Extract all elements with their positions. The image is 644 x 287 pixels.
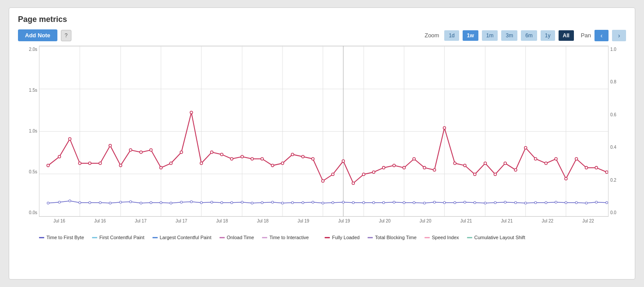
pan-left-button[interactable]: ‹ xyxy=(594,30,609,41)
svg-point-24 xyxy=(99,162,102,165)
x-label-5: Jul 18 xyxy=(202,219,242,223)
x-label-11: Jul 21 xyxy=(446,219,487,223)
y-right-3: 0.6 xyxy=(609,113,626,117)
svg-point-78 xyxy=(79,201,81,204)
add-note-button[interactable]: Add Note xyxy=(18,29,57,41)
y-left-0: 0.0s xyxy=(18,211,39,215)
x-label-6: Jul 18 xyxy=(242,219,283,223)
y-right-1: 0.2 xyxy=(609,178,626,183)
svg-point-27 xyxy=(129,149,132,151)
y-right-2: 0.4 xyxy=(609,145,626,150)
y-left-4: 2.0s xyxy=(18,47,39,52)
svg-point-38 xyxy=(241,155,244,158)
svg-point-91 xyxy=(211,201,213,203)
x-label-13: Jul 22 xyxy=(527,219,568,223)
svg-point-90 xyxy=(200,201,202,204)
svg-point-109 xyxy=(393,201,395,203)
svg-point-81 xyxy=(109,202,111,204)
zoom-1d-button[interactable]: 1d xyxy=(444,30,459,41)
svg-point-31 xyxy=(170,162,172,165)
svg-point-53 xyxy=(393,164,396,167)
svg-point-75 xyxy=(47,202,49,204)
svg-point-32 xyxy=(180,151,183,154)
svg-point-111 xyxy=(413,201,415,204)
svg-point-50 xyxy=(362,173,365,176)
legend-fl-color xyxy=(325,237,330,238)
svg-point-42 xyxy=(281,162,284,165)
svg-point-61 xyxy=(474,173,476,176)
y-right-0: 0.0 xyxy=(609,211,626,215)
svg-point-35 xyxy=(210,151,213,154)
svg-point-57 xyxy=(433,169,436,171)
legend-fcp-color xyxy=(92,237,97,238)
help-button[interactable]: ? xyxy=(61,30,71,41)
svg-point-73 xyxy=(595,166,598,169)
x-label-8: Jul 19 xyxy=(324,219,364,223)
y-left-1: 0.5s xyxy=(18,170,39,174)
svg-point-97 xyxy=(272,201,274,203)
legend-tti-color xyxy=(262,237,267,238)
svg-point-93 xyxy=(230,201,233,204)
zoom-all-button[interactable]: All xyxy=(559,30,574,41)
y-right-5: 1.0 xyxy=(609,47,626,52)
legend-si: Speed Index xyxy=(425,233,459,241)
legend-cls: Cumulative Layout Shift xyxy=(467,233,525,241)
svg-point-87 xyxy=(170,202,172,204)
legend-cls-color xyxy=(467,237,472,238)
svg-point-120 xyxy=(504,201,506,203)
legend-ttfb-color xyxy=(39,237,44,238)
svg-point-125 xyxy=(555,201,557,203)
svg-point-99 xyxy=(291,201,294,204)
svg-point-72 xyxy=(585,166,587,169)
x-axis: Jul 16 Jul 16 Jul 17 Jul 17 Jul 18 Jul 1… xyxy=(39,217,609,230)
legend-fl-label: Fully Loaded xyxy=(332,235,360,240)
svg-point-124 xyxy=(545,201,547,204)
svg-point-115 xyxy=(454,201,456,204)
svg-point-88 xyxy=(180,201,183,203)
zoom-label: Zoom xyxy=(425,32,439,39)
svg-point-108 xyxy=(382,201,385,204)
legend-ttfb: Time to First Byte xyxy=(39,233,84,241)
svg-point-23 xyxy=(88,162,91,165)
y-right-4: 0.8 xyxy=(609,80,626,84)
zoom-1m-button[interactable]: 1m xyxy=(482,30,498,41)
zoom-1w-button[interactable]: 1w xyxy=(463,30,478,41)
chart-container: 0.0s 0.5s 1.0s 1.5s 2.0s xyxy=(18,46,626,230)
legend-lcp-color xyxy=(152,237,158,238)
zoom-3m-button[interactable]: 3m xyxy=(501,30,517,41)
zoom-6m-button[interactable]: 6m xyxy=(521,30,537,41)
svg-point-82 xyxy=(120,201,122,203)
svg-point-127 xyxy=(575,201,577,204)
legend-si-color xyxy=(425,237,430,238)
svg-point-74 xyxy=(605,171,608,173)
legend-lcp-label: Largest Contentful Paint xyxy=(160,235,212,240)
svg-point-39 xyxy=(251,158,254,160)
svg-point-76 xyxy=(58,201,60,203)
zoom-1y-button[interactable]: 1y xyxy=(541,30,555,41)
x-label-1: Jul 16 xyxy=(39,219,80,223)
pan-label: Pan xyxy=(581,32,591,39)
svg-point-25 xyxy=(109,144,112,147)
svg-point-43 xyxy=(291,153,294,156)
legend-fcp: First Contentful Paint xyxy=(92,233,145,241)
svg-point-84 xyxy=(140,202,142,204)
svg-point-45 xyxy=(311,158,314,160)
x-label-3: Jul 17 xyxy=(120,219,161,223)
svg-point-52 xyxy=(382,166,385,169)
pan-right-button[interactable]: › xyxy=(612,30,626,41)
svg-point-121 xyxy=(514,201,517,204)
svg-point-49 xyxy=(352,182,354,184)
legend-lcp: Largest Contentful Paint xyxy=(152,233,212,241)
svg-point-89 xyxy=(190,201,192,203)
svg-point-54 xyxy=(403,166,405,169)
svg-point-129 xyxy=(595,201,598,203)
svg-point-102 xyxy=(322,202,324,204)
svg-point-51 xyxy=(372,171,375,173)
legend-si-label: Speed Index xyxy=(432,235,459,240)
svg-point-55 xyxy=(413,158,415,160)
svg-point-56 xyxy=(423,166,426,169)
svg-point-123 xyxy=(534,201,537,204)
svg-point-77 xyxy=(69,200,71,202)
legend-cls-label: Cumulative Layout Shift xyxy=(474,235,525,240)
svg-point-92 xyxy=(221,201,223,204)
